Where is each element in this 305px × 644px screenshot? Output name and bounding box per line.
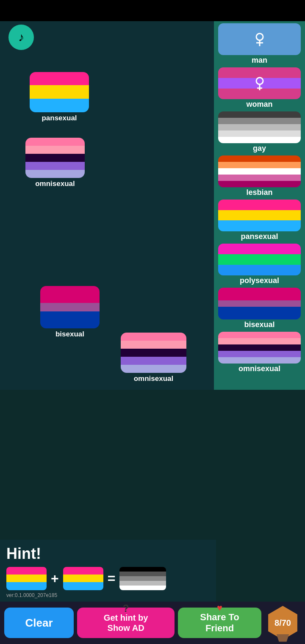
hint-equals: = [108, 571, 116, 586]
flag-tile-omnisexual2 [121, 333, 186, 373]
flag-label: bisexual [216, 320, 303, 329]
drag-label: omnisexual [25, 180, 85, 188]
flag-pansexual [218, 200, 301, 231]
music-button[interactable]: ♪ [8, 25, 34, 50]
hint-title: Hint! [6, 545, 210, 563]
flag-tile-bisexual [40, 286, 100, 328]
top-bar [0, 0, 305, 21]
list-item[interactable]: omnisexual [216, 332, 303, 373]
flag-lesbian [218, 155, 301, 187]
version-text: ver:0.1.0000_207e185 [6, 592, 210, 598]
drag-item-bisexual[interactable]: bisexual [40, 286, 100, 339]
drag-label: omnisexual [121, 375, 186, 383]
list-item[interactable]: bisexual [216, 288, 303, 329]
music-icon: ♪ [18, 31, 24, 44]
hint-plus: + [51, 571, 59, 586]
hint-flag-result [119, 567, 166, 590]
list-item[interactable]: woman [216, 67, 303, 109]
flag-woman [218, 67, 301, 99]
flag-omnisexual [218, 332, 301, 364]
question-mark-icon: ? [123, 602, 129, 615]
hint-line2: Show AD [108, 623, 144, 633]
hint-bar: Hint! + = ver:0.1.0000_207e185 [0, 540, 216, 602]
score-text: 8/70 [274, 619, 291, 627]
flag-man [218, 23, 301, 55]
hint-button[interactable]: ? Get hint by Show AD [77, 608, 175, 638]
flag-label: man [216, 56, 303, 65]
heart-icon: ♥ [217, 602, 222, 613]
flag-tile-omnisexual [25, 138, 85, 178]
list-item[interactable]: polysexual [216, 244, 303, 285]
flag-label: gay [216, 144, 303, 153]
flag-label: omnisexual [216, 364, 303, 373]
score-total: 70 [282, 618, 291, 627]
flag-polysexual [218, 244, 301, 275]
score-current: 8 [274, 618, 279, 627]
drag-item-omnisexual2[interactable]: omnisexual [121, 333, 186, 383]
bottom-buttons: Clear ? Get hint by Show AD ♥ Share To F… [0, 602, 305, 644]
list-item[interactable]: man [216, 23, 303, 65]
drag-item-pansexual[interactable]: pansexual [30, 72, 89, 122]
list-item[interactable]: pansexual [216, 200, 303, 241]
score-ribbon [277, 634, 289, 642]
drag-item-omnisexual[interactable]: omnisexual [25, 138, 85, 188]
score-badge: 8/70 [265, 605, 301, 641]
play-area: pansexual omnisexual bisexual omnisexual [0, 21, 214, 390]
svg-point-0 [256, 33, 263, 40]
flag-gay [218, 111, 301, 143]
flag-bisexual [218, 288, 301, 319]
flag-label: pansexual [216, 232, 303, 241]
share-line2: Friend [205, 623, 234, 633]
drag-label: bisexual [40, 330, 100, 339]
flag-tile-pansexual [30, 72, 89, 112]
flag-label: lesbian [216, 188, 303, 197]
right-panel: man woman gay lesbian pansexual polysexu… [214, 21, 305, 390]
flag-label: woman [216, 100, 303, 109]
svg-point-3 [256, 78, 263, 84]
drag-label: pansexual [30, 114, 89, 122]
hint-flag-2 [63, 567, 103, 590]
flag-label: polysexual [216, 276, 303, 285]
share-button[interactable]: ♥ Share To Friend [178, 608, 261, 638]
hint-flag-1 [6, 567, 47, 590]
list-item[interactable]: gay [216, 111, 303, 153]
list-item[interactable]: lesbian [216, 155, 303, 197]
hint-equation: + = [6, 567, 210, 590]
clear-button[interactable]: Clear [4, 608, 74, 638]
